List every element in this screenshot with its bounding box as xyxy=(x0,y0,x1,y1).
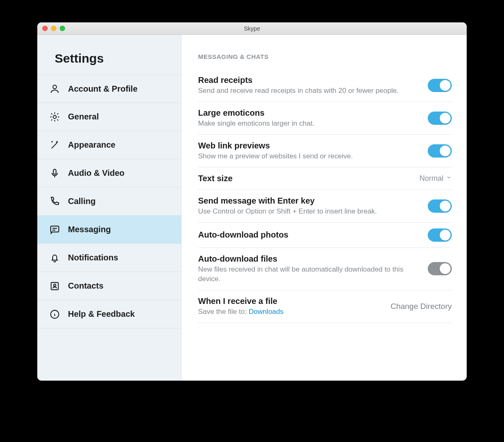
address-book-icon xyxy=(49,280,61,292)
setting-text-size[interactable]: Text size Normal xyxy=(198,168,452,190)
close-window-button[interactable] xyxy=(42,26,48,31)
setting-title: Text size xyxy=(198,173,413,184)
svg-rect-3 xyxy=(51,226,59,232)
svg-point-1 xyxy=(53,115,56,119)
toggle-auto-download-photos[interactable] xyxy=(428,228,452,242)
person-icon xyxy=(49,83,61,95)
zoom-window-button[interactable] xyxy=(60,26,65,31)
setting-title: Large emoticons xyxy=(198,108,421,118)
microphone-icon xyxy=(49,168,61,179)
window-title: Skype xyxy=(37,25,467,32)
sidebar-item-help-feedback[interactable]: Help & Feedback xyxy=(37,300,181,328)
minimize-window-button[interactable] xyxy=(51,26,56,31)
wand-icon xyxy=(49,139,61,151)
sidebar-item-appearance[interactable]: Appearance xyxy=(37,131,181,159)
receive-file-desc-prefix: Save the file to: xyxy=(198,308,249,316)
setting-auto-download-files: Auto-download files New files received i… xyxy=(198,248,452,290)
sidebar-item-label: Notifications xyxy=(68,253,118,262)
traffic-lights xyxy=(42,26,65,31)
downloads-link[interactable]: Downloads xyxy=(249,308,284,316)
sidebar-item-messaging[interactable]: Messaging xyxy=(37,216,181,244)
svg-rect-2 xyxy=(53,169,56,174)
sidebar-item-label: Calling xyxy=(68,197,96,206)
section-header: MESSAGING & CHATS xyxy=(198,53,452,60)
toggle-send-with-enter[interactable] xyxy=(428,199,452,213)
toggle-web-link-previews[interactable] xyxy=(428,144,452,158)
settings-content: MESSAGING & CHATS Read receipts Send and… xyxy=(182,35,467,381)
sidebar-item-label: Appearance xyxy=(68,140,116,150)
gear-icon xyxy=(49,111,61,123)
setting-title: Web link previews xyxy=(198,141,421,151)
setting-desc: Show me a preview of websites I send or … xyxy=(198,152,421,161)
setting-send-with-enter: Send message with Enter key Use Control … xyxy=(198,190,452,223)
sidebar-item-notifications[interactable]: Notifications xyxy=(37,244,181,272)
setting-title: Send message with Enter key xyxy=(198,196,421,206)
toggle-read-receipts[interactable] xyxy=(428,79,452,92)
titlebar: Skype xyxy=(37,22,467,35)
setting-web-link-previews: Web link previews Show me a preview of w… xyxy=(198,135,452,168)
sidebar-item-general[interactable]: General xyxy=(37,103,181,131)
info-icon xyxy=(49,308,61,320)
sidebar-item-label: Contacts xyxy=(68,281,104,291)
bell-icon xyxy=(49,252,61,264)
setting-read-receipts: Read receipts Send and receive read rece… xyxy=(198,69,452,102)
sidebar-item-calling[interactable]: Calling xyxy=(37,187,181,216)
sidebar-item-account-profile[interactable]: Account & Profile xyxy=(37,75,181,103)
setting-desc: New files received in chat will be autom… xyxy=(198,265,421,284)
window-body: Settings Account & Profile General Appea… xyxy=(37,35,467,381)
toggle-large-emoticons[interactable] xyxy=(428,112,452,125)
svg-point-0 xyxy=(53,85,57,89)
sidebar-item-label: General xyxy=(68,112,99,121)
sidebar-item-label: Audio & Video xyxy=(68,168,124,178)
setting-desc: Send and receive read receipts in chats … xyxy=(198,86,421,96)
setting-large-emoticons: Large emoticons Make single emoticons la… xyxy=(198,102,452,135)
setting-desc: Save the file to: Downloads xyxy=(198,307,384,317)
change-directory-button[interactable]: Change Directory xyxy=(390,302,452,311)
setting-title: Auto-download photos xyxy=(198,230,421,240)
app-window: Skype Settings Account & Profile General xyxy=(37,22,467,381)
setting-receive-file: When I receive a file Save the file to: … xyxy=(198,290,452,323)
settings-sidebar: Settings Account & Profile General Appea… xyxy=(37,35,182,381)
sidebar-item-audio-video[interactable]: Audio & Video xyxy=(37,159,181,187)
setting-desc: Use Control or Option or Shift + Enter t… xyxy=(198,207,421,216)
setting-auto-download-photos: Auto-download photos xyxy=(198,223,452,248)
svg-point-5 xyxy=(53,284,56,286)
settings-heading: Settings xyxy=(37,35,181,75)
setting-title: When I receive a file xyxy=(198,296,384,306)
setting-title: Auto-download files xyxy=(198,254,421,264)
sidebar-item-contacts[interactable]: Contacts xyxy=(37,272,181,300)
sidebar-item-label: Help & Feedback xyxy=(68,309,135,319)
phone-icon xyxy=(49,196,61,207)
chevron-down-icon xyxy=(446,175,452,182)
sidebar-item-label: Messaging xyxy=(68,225,111,234)
text-size-value: Normal xyxy=(419,174,443,183)
setting-title: Read receipts xyxy=(198,75,421,85)
setting-desc: Make single emoticons larger in chat. xyxy=(198,119,421,129)
chat-icon xyxy=(49,224,61,236)
sidebar-item-label: Account & Profile xyxy=(68,84,138,94)
toggle-auto-download-files[interactable] xyxy=(428,262,452,275)
